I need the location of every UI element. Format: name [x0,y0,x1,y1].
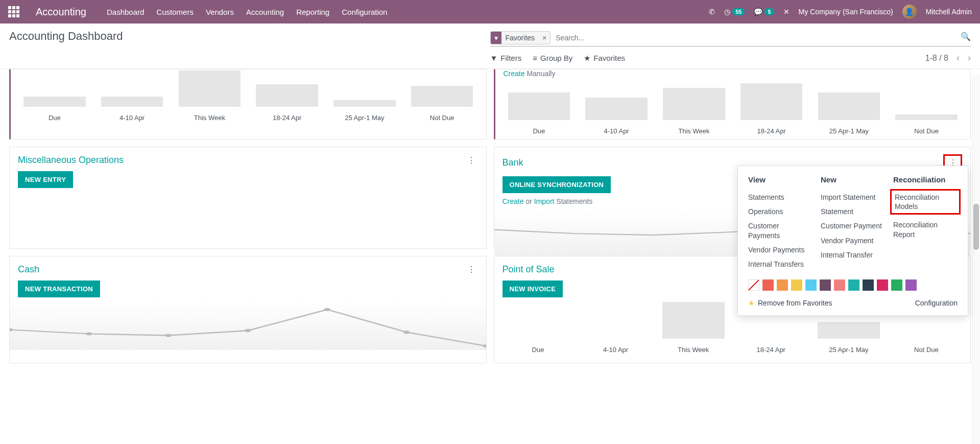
color-swatch[interactable] [834,279,845,291]
popover-view-customer-payments[interactable]: Customer Payments [748,219,812,242]
cash-linechart [10,301,486,350]
nav-link-reporting[interactable]: Reporting [296,8,329,16]
svg-point-4 [324,308,330,311]
popover-new-import-statement[interactable]: Import Statement [821,190,885,204]
search-bar[interactable]: ▾ Favorites × 🔍 [490,30,971,46]
color-swatch[interactable] [905,279,917,291]
popover-view-internal-transfers[interactable]: Internal Transfers [748,257,812,271]
activities-button[interactable]: ◷ 55 [724,8,745,16]
new-invoice-button[interactable]: NEW INVOICE [503,281,563,297]
kanban-scroll[interactable]: Due 4-10 Apr This Week 18-24 Apr 25 Apr-… [0,68,980,442]
scrollbar-thumb[interactable] [973,204,979,250]
pager-next-icon[interactable]: › [968,53,971,63]
nav-link-dashboard[interactable]: Dashboard [107,8,144,16]
remove-from-favorites[interactable]: ★Remove from Favorites [748,299,832,307]
color-swatch[interactable] [891,279,902,291]
nav-right: ✆ ◷ 55 💬 5 ✕ My Company (San Francisco) … [709,5,972,19]
color-swatch[interactable] [820,279,831,291]
app-title[interactable]: Accounting [36,6,86,18]
popover-configuration[interactable]: Configuration [915,299,958,307]
search-input[interactable] [554,32,971,44]
barchart-left: Due 4-10 Apr This Week 18-24 Apr 25 Apr-… [11,69,486,126]
svg-point-3 [245,329,251,332]
popover-view-operations[interactable]: Operations [748,204,812,219]
popover-head-new: New [821,175,885,184]
color-palette [748,279,958,291]
avatar[interactable]: 👤 [902,5,917,19]
popover-head-reconciliation: Reconciliation [893,175,958,184]
search-facet-favorites[interactable]: ▾ Favorites × [490,31,551,44]
user-menu[interactable]: Mitchell Admin [926,8,972,16]
tools-icon[interactable]: ✕ [783,8,790,16]
popover-col-view: View Statements Operations Customer Paym… [748,175,812,271]
card-unknown-left: Due 4-10 Apr This Week 18-24 Apr 25 Apr-… [9,69,487,139]
barchart-right: Due 4-10 Apr This Week 18-24 Apr 25 Apr-… [495,83,971,139]
nav-link-accounting[interactable]: Accounting [246,8,284,16]
popover-new-internal-transfer[interactable]: Internal Transfer [821,248,885,262]
bank-popover: View Statements Operations Customer Paym… [737,166,968,316]
messages-count: 5 [764,8,774,15]
card-title-pos[interactable]: Point of Sale [503,264,555,275]
card-menu-misc[interactable]: ⋮ [464,154,478,166]
popover-new-vendor-payment[interactable]: Vendor Payment [821,233,885,248]
star-icon: ★ [748,299,755,307]
card-title-misc[interactable]: Miscellaneous Operations [18,155,124,166]
card-title-bank[interactable]: Bank [503,157,523,168]
popover-col-new: New Import Statement Statement Customer … [821,175,885,271]
facet-label: Favorites [501,32,539,43]
popover-reconciliation-report[interactable]: Reconciliation Report [893,218,958,241]
funnel-icon: ▼ [490,54,498,62]
card-unknown-right: Create Manually Due 4-10 Apr This Week 1… [494,69,971,139]
color-swatch[interactable] [877,279,888,291]
groupby-button[interactable]: ≡Group By [533,54,572,63]
filters-button[interactable]: ▼Filters [490,54,522,63]
bank-import-link[interactable]: Import [534,197,555,205]
popover-view-statements[interactable]: Statements [748,190,812,204]
star-icon: ★ [584,54,590,63]
list-icon: ≡ [533,54,537,62]
color-none[interactable] [748,279,759,291]
activities-count: 55 [732,8,745,15]
color-swatch[interactable] [777,279,788,291]
online-sync-button[interactable]: ONLINE SYNCHRONIZATION [503,176,611,193]
create-link[interactable]: Create [504,69,525,78]
popover-col-reconciliation: Reconciliation Reconciliation Models Rec… [893,175,958,271]
phone-icon[interactable]: ✆ [709,8,715,16]
pager: 1-8 / 8 ‹ › [925,53,971,63]
apps-icon[interactable] [8,6,19,17]
color-swatch[interactable] [791,279,802,291]
clock-icon: ◷ [724,8,730,16]
card-title-cash[interactable]: Cash [18,264,39,275]
nav-link-customers[interactable]: Customers [156,8,194,16]
new-entry-button[interactable]: NEW ENTRY [18,171,73,188]
company-selector[interactable]: My Company (San Francisco) [799,8,893,16]
popover-view-vendor-payments[interactable]: Vendor Payments [748,243,812,257]
color-swatch[interactable] [848,279,859,291]
color-swatch[interactable] [762,279,774,291]
new-transaction-button[interactable]: NEW TRANSACTION [18,281,100,297]
popover-new-customer-payment[interactable]: Customer Payment [821,219,885,233]
card-menu-cash[interactable]: ⋮ [464,264,478,275]
page-title: Accounting Dashboard [9,30,123,43]
search-icon[interactable]: 🔍 [961,32,971,41]
bank-create-link[interactable]: Create [503,197,524,205]
scrollbar[interactable] [972,75,980,442]
color-swatch[interactable] [863,279,874,291]
kanban-board: Due 4-10 Apr This Week 18-24 Apr 25 Apr-… [0,69,980,372]
nav-link-configuration[interactable]: Configuration [342,8,387,16]
popover-reconciliation-models[interactable]: Reconciliation Models [890,189,961,215]
nav-links: Dashboard Customers Vendors Accounting R… [107,8,709,16]
popover-new-statement[interactable]: Statement [821,204,885,219]
svg-point-0 [10,328,13,331]
nav-link-vendors[interactable]: Vendors [206,8,234,16]
pager-prev-icon[interactable]: ‹ [957,53,960,63]
messages-button[interactable]: 💬 5 [754,8,774,16]
header-row: Accounting Dashboard ▾ Favorites × 🔍 [0,24,980,46]
color-swatch[interactable] [805,279,817,291]
favorites-button[interactable]: ★Favorites [584,54,625,63]
card-cash: Cash ⋮ NEW TRANSACTION [9,256,487,363]
facet-remove-icon[interactable]: × [539,34,550,42]
card-misc-operations: Miscellaneous Operations ⋮ NEW ENTRY [9,147,487,249]
pager-text: 1-8 / 8 [925,54,948,63]
top-nav: Accounting Dashboard Customers Vendors A… [0,0,980,24]
